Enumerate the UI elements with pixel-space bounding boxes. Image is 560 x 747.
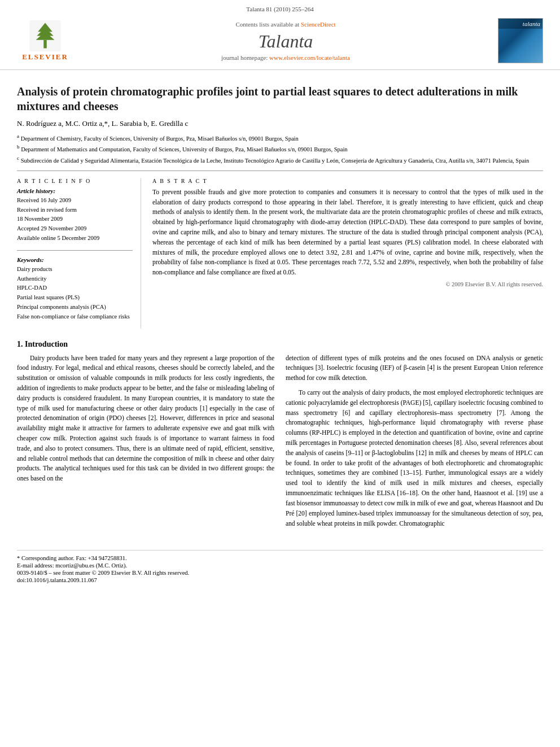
article-info-abstract-section: A R T I C L E I N F O Article history: R… [17, 178, 543, 329]
svg-rect-1 [43, 40, 47, 48]
journal-homepage: journal homepage: www.elsevier.com/locat… [73, 54, 498, 61]
article-history-block: Article history: Received 16 July 2009 R… [17, 187, 133, 243]
intro-right-column: detection of different types of milk pro… [286, 353, 543, 534]
keyword-3: HPLC-DAD [17, 283, 133, 293]
keyword-5: Principal components analysis (PCA) [17, 303, 133, 312]
article-info-heading: A R T I C L E I N F O [17, 178, 133, 184]
abstract-column: A B S T R A C T To prevent possible frau… [152, 178, 543, 329]
keyword-4: Partial least squares (PLS) [17, 293, 133, 303]
sciencedirect-link: Contents lists available at ScienceDirec… [73, 21, 498, 28]
talanta-cover-image: talanta [498, 18, 543, 63]
talanta-img-label: talanta [498, 19, 542, 29]
introduction-section: 1. Introduction Dairy products have been… [17, 340, 543, 534]
authors: N. Rodríguez a, M.C. Ortiz a,*, L. Sarab… [17, 119, 543, 128]
journal-title-center: Contents lists available at ScienceDirec… [73, 21, 498, 61]
elsevier-label: ELSEVIER [22, 53, 68, 62]
date-accepted: Accepted 29 November 2009 [17, 224, 133, 234]
abstract-heading: A B S T R A C T [152, 178, 543, 184]
article-content: Analysis of protein chromatographic prof… [0, 70, 560, 596]
article-dates: Received 16 July 2009 Received in revise… [17, 196, 133, 243]
keyword-2: Authenticity [17, 274, 133, 284]
keywords-block: Keywords: Dairy products Authenticity HP… [17, 256, 133, 322]
journal-header: Talanta 81 (2010) 255–264 ELSEVIER [0, 0, 560, 70]
intro-para-right-1: detection of different types of milk pro… [286, 353, 543, 383]
page-wrapper: Talanta 81 (2010) 255–264 ELSEVIER [0, 0, 560, 747]
affil-b: b Department of Mathematics and Computat… [17, 143, 543, 154]
affil-a: a Department of Chemistry, Faculty of Sc… [17, 133, 543, 143]
intro-para-right-2: To carry out the analysis of dairy produ… [286, 388, 543, 528]
elsevier-logo: ELSEVIER [17, 20, 73, 62]
footnote-doi: doi:10.1016/j.talanta.2009.11.067 [17, 577, 543, 583]
keywords-list: Dairy products Authenticity HPLC-DAD Par… [17, 265, 133, 322]
header-inner: ELSEVIER Contents lists available at Sci… [11, 15, 549, 67]
abstract-text: To prevent possible frauds and give more… [152, 187, 543, 278]
introduction-columns: Dairy products have been traded for many… [17, 353, 543, 534]
journal-name: Talanta [73, 31, 498, 52]
journal-meta: Talanta 81 (2010) 255–264 [11, 6, 549, 12]
footnotes: * Corresponding author. Fax: +34 9472588… [17, 550, 543, 583]
affiliations: a Department of Chemistry, Faculty of Sc… [17, 133, 543, 165]
keywords-label: Keywords: [17, 256, 133, 263]
date-received: Received 16 July 2009 [17, 196, 133, 206]
sciencedirect-anchor[interactable]: ScienceDirect [301, 21, 336, 28]
article-history-label: Article history: [17, 187, 133, 194]
elsevier-tree-icon [28, 20, 62, 51]
journal-homepage-link[interactable]: www.elsevier.com/locate/talanta [269, 54, 350, 61]
date-online: Available online 5 December 2009 [17, 234, 133, 243]
date-revised-label: Received in revised form [17, 206, 133, 215]
article-info-column: A R T I C L E I N F O Article history: R… [17, 178, 141, 329]
copyright-line: © 2009 Elsevier B.V. All rights reserved… [152, 281, 543, 287]
introduction-title: 1. Introduction [17, 340, 543, 349]
intro-para-left-1: Dairy products have been traded for many… [17, 353, 274, 484]
header-divider [17, 171, 543, 171]
info-divider [17, 250, 133, 251]
article-title: Analysis of protein chromatographic prof… [17, 84, 543, 113]
footnote-corresponding: * Corresponding author. Fax: +34 9472588… [17, 555, 543, 561]
keyword-1: Dairy products [17, 265, 133, 274]
footnote-email: E-mail address: mcortiz@ubu.es (M.C. Ort… [17, 562, 543, 569]
intro-left-column: Dairy products have been traded for many… [17, 353, 274, 534]
footnote-issn: 0039-9140/$ – see front matter © 2009 El… [17, 570, 543, 576]
keyword-6: False non-compliance or false compliance… [17, 312, 133, 322]
affil-c: c Subdirección de Calidad y Seguridad Al… [17, 155, 543, 165]
date-revised: 18 November 2009 [17, 215, 133, 224]
